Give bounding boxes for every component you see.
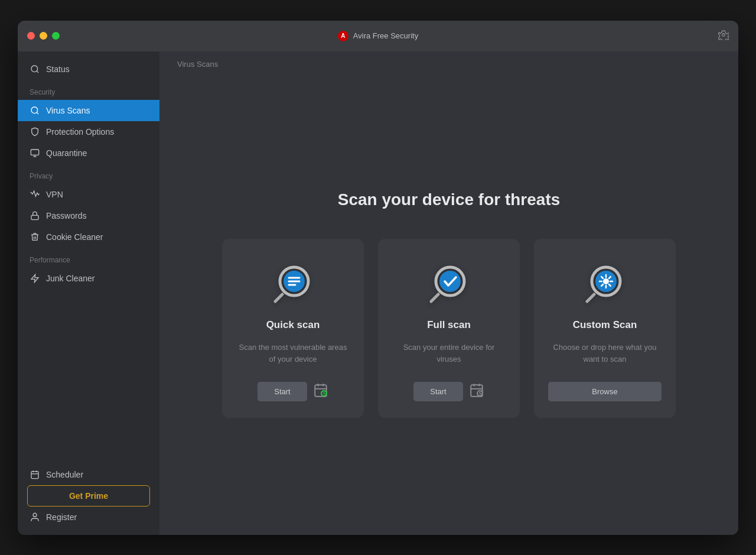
custom-scan-desc: Choose or drop here what you want to sca… <box>548 339 662 368</box>
sidebar-scheduler-label: Scheduler <box>46 470 83 479</box>
passwords-icon <box>30 210 40 221</box>
svg-rect-5 <box>31 150 38 155</box>
svg-line-37 <box>587 294 594 301</box>
svg-line-4 <box>37 112 38 114</box>
sidebar-item-register[interactable]: Register <box>18 507 159 528</box>
full-scan-icon <box>425 260 472 307</box>
full-scan-schedule-icon[interactable] <box>469 382 484 401</box>
custom-scan-browse-button[interactable]: Browse <box>548 382 662 401</box>
svg-line-36 <box>480 393 480 394</box>
quick-scan-icon <box>269 260 317 307</box>
svg-point-1 <box>31 66 38 72</box>
app-window: A Avira Free Security Status <box>18 21 738 535</box>
sidebar-register-label: Register <box>46 512 77 522</box>
breadcrumb: Virus Scans <box>159 51 738 73</box>
svg-rect-9 <box>31 471 38 478</box>
junk-cleaner-icon <box>30 273 40 284</box>
fullscreen-button[interactable] <box>52 32 60 40</box>
traffic-lights <box>27 32 60 40</box>
custom-scan-card: Custom Scan Choose or drop here what you… <box>534 239 676 418</box>
status-icon <box>30 64 40 74</box>
cookie-cleaner-icon <box>30 232 40 242</box>
close-button[interactable] <box>27 32 35 40</box>
svg-line-27 <box>431 294 438 301</box>
sidebar-vpn-label: VPN <box>46 190 63 199</box>
sidebar-item-virus-scans[interactable]: Virus Scans <box>18 100 159 121</box>
sidebar-item-status[interactable]: Status <box>18 59 159 80</box>
custom-scan-icon <box>581 260 628 307</box>
svg-point-3 <box>31 107 38 113</box>
svg-point-40 <box>603 278 609 284</box>
full-scan-start-button[interactable]: Start <box>413 382 462 401</box>
sidebar-item-passwords[interactable]: Passwords <box>18 205 159 226</box>
svg-line-14 <box>275 294 282 301</box>
sidebar: Status Security Virus Scans <box>18 51 159 535</box>
quick-scan-title: Quick scan <box>266 319 320 331</box>
sidebar-passwords-label: Passwords <box>46 211 86 220</box>
sidebar-item-vpn[interactable]: VPN <box>18 184 159 205</box>
avira-logo-icon: A <box>338 31 348 41</box>
sidebar-item-cookie-cleaner[interactable]: Cookie Cleaner <box>18 226 159 248</box>
svg-point-13 <box>33 513 37 517</box>
custom-scan-title: Custom Scan <box>573 319 637 331</box>
svg-point-29 <box>439 271 461 292</box>
sidebar-protection-options-label: Protection Options <box>46 127 114 137</box>
settings-icon[interactable] <box>718 30 729 43</box>
svg-rect-8 <box>31 215 38 219</box>
sidebar-item-quarantine[interactable]: Quarantine <box>18 142 159 164</box>
scheduler-icon <box>30 469 40 480</box>
page-heading: Scan your device for threats <box>338 190 561 209</box>
titlebar: A Avira Free Security <box>18 21 738 51</box>
quick-scan-schedule-icon[interactable] <box>313 382 328 401</box>
app-body: Status Security Virus Scans <box>18 51 738 535</box>
quarantine-icon <box>30 148 40 158</box>
sidebar-cookie-cleaner-label: Cookie Cleaner <box>46 232 103 242</box>
sidebar-item-scheduler[interactable]: Scheduler <box>18 464 159 485</box>
svg-line-2 <box>37 71 38 73</box>
minimize-button[interactable] <box>40 32 47 40</box>
quick-scan-icon-area <box>269 260 317 307</box>
register-icon <box>30 512 40 522</box>
sidebar-junk-cleaner-label: Junk Cleaner <box>46 274 95 283</box>
quick-scan-card: Quick scan Scan the most vulnerable area… <box>222 239 364 418</box>
main-inner: Scan your device for threats <box>159 73 738 535</box>
quick-scan-start-button[interactable]: Start <box>258 382 307 401</box>
window-title-text: Avira Free Security <box>353 31 418 40</box>
full-scan-actions: Start <box>392 382 506 401</box>
sidebar-section-performance: Performance <box>18 248 159 268</box>
sidebar-section-security: Security <box>18 80 159 100</box>
full-scan-desc: Scan your entire device for viruses <box>392 339 506 368</box>
quick-scan-actions: Start <box>236 382 350 401</box>
main-content: Virus Scans Scan your device for threats <box>159 51 738 535</box>
sidebar-status-label: Status <box>46 64 70 74</box>
custom-scan-actions: Browse <box>548 382 662 401</box>
full-scan-icon-area <box>425 260 472 307</box>
vpn-icon <box>30 189 40 200</box>
svg-point-0 <box>722 33 725 36</box>
get-prime-button[interactable]: Get Prime <box>27 485 150 507</box>
full-scan-card: Full scan Scan your entire device for vi… <box>378 239 520 418</box>
sidebar-section-privacy: Privacy <box>18 164 159 184</box>
virus-scans-icon <box>30 105 40 116</box>
sidebar-item-junk-cleaner[interactable]: Junk Cleaner <box>18 268 159 289</box>
sidebar-quarantine-label: Quarantine <box>46 148 87 158</box>
quick-scan-desc: Scan the most vulnerable areas of your d… <box>236 339 350 368</box>
full-scan-title: Full scan <box>427 319 471 331</box>
scan-cards-container: Quick scan Scan the most vulnerable area… <box>222 239 676 418</box>
sidebar-virus-scans-label: Virus Scans <box>46 106 90 115</box>
custom-scan-icon-area <box>581 260 628 307</box>
titlebar-title: A Avira Free Security <box>338 31 418 41</box>
sidebar-item-protection-options[interactable]: Protection Options <box>18 121 159 142</box>
svg-line-26 <box>324 393 324 394</box>
protection-options-icon <box>30 126 40 137</box>
